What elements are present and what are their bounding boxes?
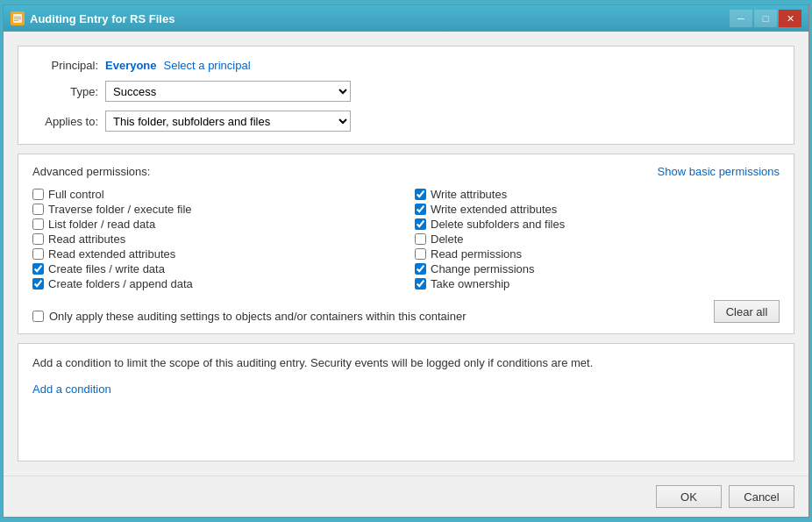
read-perms-label: Read permissions (431, 247, 522, 261)
applies-to-row: Applies to: This folder, subfolders and … (32, 111, 780, 132)
add-condition-link[interactable]: Add a condition (32, 383, 780, 396)
type-dropdown[interactable]: Success Fail All (105, 81, 351, 102)
write-attr-checkbox[interactable] (415, 189, 426, 200)
change-perms-checkbox[interactable] (415, 263, 426, 275)
read-ext-attr-checkbox[interactable] (32, 248, 44, 260)
perm-write-attr: Write attributes (415, 187, 780, 202)
list-folder-label: List folder / read data (48, 218, 155, 231)
dialog-content: Principal: Everyone Select a principal T… (4, 32, 808, 476)
permissions-grid: Full control Traverse folder / execute f… (32, 187, 780, 291)
permissions-section: Advanced permissions: Show basic permiss… (18, 154, 794, 334)
perm-create-files: Create files / write data (32, 261, 397, 276)
principal-value[interactable]: Everyone (105, 59, 157, 72)
take-ownership-checkbox[interactable] (415, 278, 426, 290)
traverse-checkbox[interactable] (32, 204, 44, 215)
perm-create-folders: Create folders / append data (32, 276, 397, 291)
condition-section: Add a condition to limit the scope of th… (18, 343, 794, 461)
change-perms-label: Change permissions (431, 262, 535, 275)
read-ext-attr-label: Read extended attributes (48, 247, 175, 261)
principal-label: Principal: (32, 59, 98, 72)
main-window: Auditing Entry for RS Files ─ □ ✕ Princi… (3, 4, 809, 518)
list-folder-checkbox[interactable] (32, 218, 44, 230)
window-title: Auditing Entry for RS Files (30, 12, 175, 25)
read-perms-checkbox[interactable] (415, 248, 426, 260)
perm-full-control: Full control (32, 187, 397, 202)
condition-description: Add a condition to limit the scope of th… (32, 354, 780, 372)
permissions-left-col: Full control Traverse folder / execute f… (32, 187, 397, 291)
window-controls: ─ □ ✕ (730, 10, 801, 27)
delete-label: Delete (431, 232, 464, 246)
close-button[interactable]: ✕ (779, 10, 801, 27)
perm-read-ext-attr: Read extended attributes (32, 247, 397, 261)
principal-section: Principal: Everyone Select a principal T… (18, 46, 794, 145)
create-files-label: Create files / write data (48, 262, 165, 275)
title-bar: Auditing Entry for RS Files ─ □ ✕ (4, 5, 808, 32)
full-control-checkbox[interactable] (32, 189, 44, 200)
perm-change-perms: Change permissions (415, 261, 780, 276)
select-principal-link[interactable]: Select a principal (164, 59, 251, 72)
delete-sub-checkbox[interactable] (415, 218, 426, 230)
create-folders-label: Create folders / append data (48, 277, 193, 290)
create-folders-checkbox[interactable] (32, 278, 44, 290)
show-basic-link[interactable]: Show basic permissions (658, 165, 780, 178)
read-attr-label: Read attributes (48, 232, 125, 246)
clear-all-button[interactable]: Clear all (714, 300, 780, 323)
applies-to-label: Applies to: (32, 115, 98, 128)
title-bar-left: Auditing Entry for RS Files (11, 11, 175, 25)
only-apply-checkbox[interactable] (32, 311, 44, 322)
maximize-button[interactable]: □ (754, 10, 777, 27)
perm-write-ext-attr: Write extended attributes (415, 202, 780, 217)
type-label: Type: (32, 85, 98, 98)
write-ext-attr-label: Write extended attributes (431, 203, 557, 216)
perm-list-folder: List folder / read data (32, 217, 397, 232)
svg-rect-2 (14, 18, 21, 19)
applies-to-dropdown[interactable]: This folder, subfolders and files This f… (105, 111, 351, 132)
dialog-footer: OK Cancel (4, 476, 808, 517)
ok-button[interactable]: OK (656, 485, 722, 508)
delete-sub-label: Delete subfolders and files (431, 218, 565, 231)
type-row: Type: Success Fail All (32, 81, 780, 102)
cancel-button[interactable]: Cancel (729, 485, 794, 508)
perm-traverse: Traverse folder / execute file (32, 202, 397, 217)
principal-row: Principal: Everyone Select a principal (32, 59, 780, 72)
perm-delete-sub: Delete subfolders and files (415, 217, 780, 232)
perm-take-ownership: Take ownership (415, 276, 780, 291)
advanced-permissions-title: Advanced permissions: (32, 165, 150, 178)
permissions-right-col: Write attributes Write extended attribut… (415, 187, 780, 291)
create-files-checkbox[interactable] (32, 263, 44, 275)
minimize-button[interactable]: ─ (730, 10, 752, 27)
advanced-header: Advanced permissions: Show basic permiss… (32, 165, 780, 178)
take-ownership-label: Take ownership (431, 277, 509, 290)
write-ext-attr-checkbox[interactable] (415, 204, 426, 215)
window-icon (11, 11, 25, 25)
only-apply-label: Only apply these auditing settings to ob… (49, 310, 467, 323)
svg-rect-1 (14, 17, 21, 18)
perm-delete: Delete (415, 232, 780, 247)
perm-read-attr: Read attributes (32, 232, 397, 247)
write-attr-label: Write attributes (431, 188, 507, 201)
svg-rect-3 (14, 20, 18, 21)
only-apply-row: Only apply these auditing settings to ob… (32, 310, 467, 323)
delete-checkbox[interactable] (415, 233, 426, 245)
traverse-label: Traverse folder / execute file (48, 203, 192, 216)
perm-read-perms: Read permissions (415, 247, 780, 261)
full-control-label: Full control (48, 188, 104, 201)
read-attr-checkbox[interactable] (32, 233, 44, 245)
